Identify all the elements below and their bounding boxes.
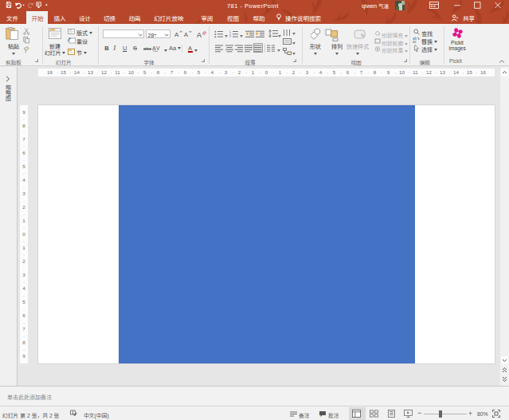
svg-text:3: 3 [229, 35, 231, 38]
svg-text:V: V [156, 45, 160, 51]
svg-text:A: A [184, 31, 188, 37]
svg-text:A: A [197, 30, 202, 38]
svg-text:ac: ac [413, 40, 417, 43]
svg-text:A: A [174, 31, 179, 37]
